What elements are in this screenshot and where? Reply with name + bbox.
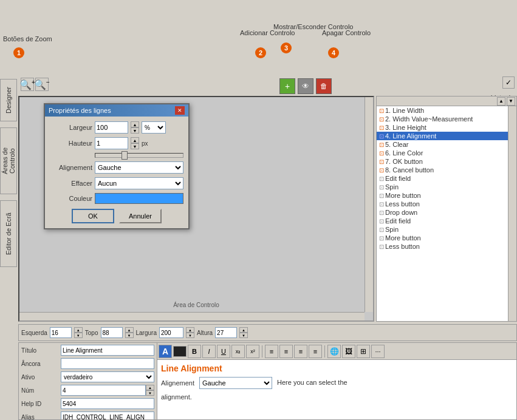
ed-btn-underline[interactable]: U [217,345,230,358]
prop-helpid-row: Help ID [21,398,154,410]
list-item-9[interactable]: ⊡ Edit field [377,174,516,183]
altura-down[interactable]: ▼ [239,333,248,338]
zoom-in-button[interactable]: 🔍+ [21,78,34,91]
list-item-8[interactable]: ⊡ 8. Cancel button [377,166,516,174]
ed-btn-italic[interactable]: I [202,345,216,358]
list-item-6[interactable]: ⊡ 6. Line Color [377,149,516,157]
ed-btn-table[interactable]: ⊞ [357,345,370,358]
list-item-11[interactable]: ⊡ More button [377,191,516,200]
editor-field-row: Alignement Gauche Centre Droite Here you… [161,377,513,389]
num-up[interactable]: ▲ [146,385,154,390]
esquerda-down[interactable]: ▼ [74,333,83,338]
esquerda-up[interactable]: ▲ [74,327,83,333]
list-vscrollbar[interactable] [508,106,516,321]
prop-ancora-key: Âncora [21,361,61,367]
list-item-13[interactable]: ⊡ Drop down [377,208,516,217]
list-up-button[interactable]: ▲ [497,97,505,106]
ed-btn-bold[interactable]: B [188,345,201,358]
largura-down[interactable]: ▼ [186,333,194,338]
side-tab-designer[interactable]: Designer [0,79,17,121]
dialog-hauteur-down[interactable]: ▼ [131,143,139,149]
list-item-13-icon: ⊡ [379,209,384,216]
list-item-1[interactable]: ⊡ 1. Line Width ● [377,106,516,115]
badge-1: 1 [13,47,24,58]
list-item-10[interactable]: ⊡ Spin [377,183,516,191]
prop-helpid-input[interactable] [61,398,154,409]
prop-ancora-input[interactable] [61,358,154,369]
dialog-color-swatch[interactable] [95,193,183,204]
list-item-4[interactable]: ⊡ 4. Line Alignment ● [377,132,516,140]
prop-titulo-input[interactable] [61,345,154,356]
topo-input[interactable] [101,327,123,338]
list-item-16[interactable]: ⊡ More button [377,234,516,242]
zoom-out-button[interactable]: 🔍− [35,78,49,91]
prop-num-input[interactable] [61,385,146,396]
prop-ativo-select[interactable]: verdadeiro falso [61,371,154,382]
dialog-body: Largeur ▲ ▼ % px Hauteur ▲ ▼ px [45,117,188,228]
editor-field-select[interactable]: Gauche Centre Droite [199,377,272,389]
dialog-alignement-select[interactable]: Gauche Centre Droite [95,161,183,174]
ed-btn-superscript[interactable]: x² [246,345,259,358]
topo-down[interactable]: ▼ [125,333,134,338]
dialog-close-button[interactable]: ✕ [175,106,185,115]
list-item-12[interactable]: ⊡ Less button [377,200,516,208]
largura-up[interactable]: ▲ [186,327,194,333]
dialog-largeur-unit[interactable]: % px [142,121,166,134]
list-item-7[interactable]: ⊡ 7. OK button [377,157,516,166]
dialog-largeur-input[interactable] [95,121,128,134]
top-right-checkbox[interactable]: ✓ [502,76,515,89]
dialog-hauteur-input[interactable] [95,137,128,149]
dialog-annuler-button[interactable]: Annuler [119,209,162,223]
ed-btn-image[interactable]: 🖼 [342,345,355,358]
esquerda-input[interactable] [50,327,72,338]
ed-btn-align-center[interactable]: ≡ [279,345,293,358]
list-item-14[interactable]: ⊡ Edit field [377,217,516,225]
side-tab-editor[interactable]: Editor de Ecrã [0,200,17,267]
ed-btn-align-left[interactable]: ≡ [265,345,278,358]
prop-num-row: Núm ▲ ▼ [21,384,154,396]
list-item-16-label: More button [385,234,421,242]
ed-btn-link[interactable]: 🌐 [327,345,341,358]
side-tab-areas[interactable]: Áreas de Controlo [0,127,17,194]
dialog-ok-button[interactable]: OK [72,209,114,223]
ed-btn-align-justify[interactable]: ≡ [309,345,322,358]
list-item-10-label: Spin [385,183,399,191]
largura-input[interactable] [159,327,183,338]
prop-ativo-key: Ativo [21,374,61,381]
delete-control-button[interactable]: 🗑 [316,78,332,94]
dialog-effacer-select[interactable]: Aucun Both [95,177,183,189]
badge-3: 3 [281,42,292,53]
num-down[interactable]: ▼ [146,390,154,396]
list-item-6-label: 6. Line Color [385,149,423,157]
ed-btn-more[interactable]: ··· [371,345,385,358]
show-hide-control-button[interactable]: 👁 [298,78,313,94]
ed-btn-A[interactable]: A [159,345,172,358]
topo-up[interactable]: ▲ [125,327,134,333]
ed-btn-subscript[interactable]: x₂ [231,345,245,358]
list-item-17[interactable]: ⊡ Less button [377,242,516,251]
prop-titulo-row: Título [21,344,154,356]
altura-input[interactable] [215,327,237,338]
editor-hscrollbar[interactable] [19,312,365,320]
list-item-16-icon: ⊡ [379,235,384,242]
list-item-2[interactable]: ⊡ 2. Width Value~Measurement ● [377,115,516,123]
list-item-14-label: Edit field [385,217,411,225]
prop-ativo-row: Ativo verdadeiro falso [21,371,154,383]
list-item-15[interactable]: ⊡ Spin [377,225,516,234]
dialog-largeur-up[interactable]: ▲ [131,121,139,127]
list-item-6-icon: ⊡ [379,150,384,157]
dialog-largeur-down[interactable]: ▼ [131,127,139,134]
altura-up[interactable]: ▲ [239,327,248,333]
list-item-12-icon: ⊡ [379,201,384,208]
ed-btn-align-right[interactable]: ≡ [294,345,307,358]
editor-vscrollbar[interactable] [365,97,373,312]
ed-btn-color[interactable] [173,346,187,357]
dialog-hauteur-up[interactable]: ▲ [131,137,139,143]
add-control-button[interactable]: + [279,78,295,94]
list-down-button[interactable]: ▼ [507,97,515,106]
altura-label: Altura [197,330,213,336]
list-item-5[interactable]: ⊡ 5. Clear [377,140,516,149]
dialog-slider[interactable] [95,153,183,158]
list-item-3[interactable]: ⊡ 3. Line Height [377,123,516,132]
prop-alias-input[interactable] [61,412,154,419]
